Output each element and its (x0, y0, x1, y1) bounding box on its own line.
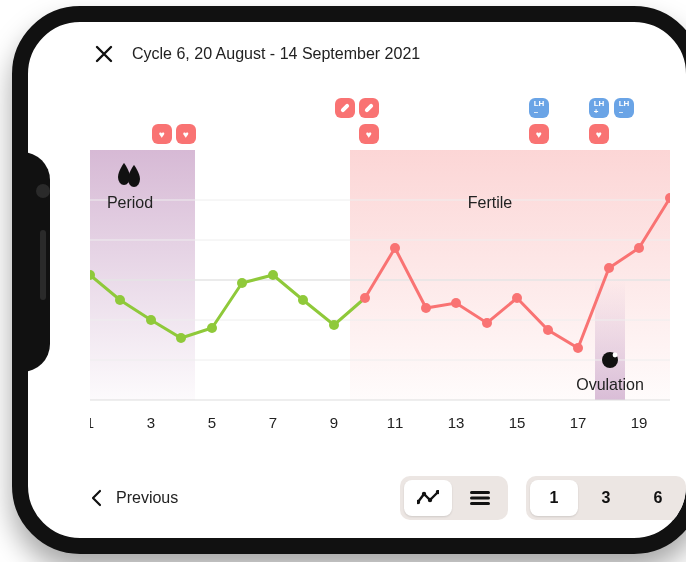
svg-point-23 (482, 318, 492, 328)
svg-point-42 (428, 498, 432, 502)
close-button[interactable] (90, 40, 118, 68)
svg-text:11: 11 (387, 414, 404, 431)
svg-rect-46 (470, 502, 490, 505)
chevron-left-icon (90, 489, 102, 507)
svg-point-16 (268, 270, 278, 280)
app-screen: Cycle 6, 20 August - 14 September 2021 ♥… (28, 22, 686, 538)
page-title: Cycle 6, 20 August - 14 September 2021 (132, 45, 420, 63)
svg-text:7: 7 (269, 414, 277, 431)
cycle-chart: ♥ ♥ ♥ LH– ♥ LH+ ♥ LH– (90, 80, 670, 440)
svg-point-14 (207, 323, 217, 333)
range-6-button[interactable]: 6 (634, 480, 682, 516)
close-icon (95, 45, 113, 63)
view-mode-toggle (400, 476, 508, 520)
svg-rect-44 (470, 491, 490, 494)
svg-point-20 (390, 243, 400, 253)
svg-text:13: 13 (448, 414, 465, 431)
range-toggle: 1 3 6 (526, 476, 686, 520)
svg-point-26 (573, 343, 583, 353)
svg-text:19: 19 (631, 414, 648, 431)
range-1-button[interactable]: 1 (530, 480, 578, 516)
list-icon (470, 491, 490, 505)
svg-text:9: 9 (330, 414, 338, 431)
svg-point-17 (298, 295, 308, 305)
svg-point-19 (360, 293, 370, 303)
svg-text:17: 17 (570, 414, 587, 431)
previous-button[interactable]: Previous (90, 489, 178, 507)
period-label: Period (107, 194, 153, 211)
svg-point-15 (237, 278, 247, 288)
range-3-button[interactable]: 3 (582, 480, 630, 516)
svg-text:3: 3 (147, 414, 155, 431)
svg-point-12 (146, 315, 156, 325)
svg-text:5: 5 (208, 414, 216, 431)
svg-point-21 (421, 303, 431, 313)
x-axis: 1 3 5 7 9 11 13 15 17 19 (90, 414, 647, 431)
chart-svg: Period Fertile Ovulation (90, 80, 670, 440)
period-region (90, 150, 195, 400)
svg-text:1: 1 (90, 414, 94, 431)
view-list-button[interactable] (456, 480, 504, 516)
svg-point-13 (176, 333, 186, 343)
svg-point-41 (422, 492, 426, 496)
svg-point-25 (543, 325, 553, 335)
header: Cycle 6, 20 August - 14 September 2021 (90, 40, 686, 80)
view-line-button[interactable] (404, 480, 452, 516)
svg-rect-45 (470, 497, 490, 500)
svg-point-27 (604, 263, 614, 273)
svg-point-28 (634, 243, 644, 253)
svg-point-24 (512, 293, 522, 303)
bottom-bar: Previous (90, 476, 686, 520)
phone-frame: Cycle 6, 20 August - 14 September 2021 ♥… (12, 6, 686, 554)
svg-text:15: 15 (509, 414, 526, 431)
line-chart-icon (417, 490, 439, 506)
ovulation-label: Ovulation (576, 376, 644, 393)
previous-label: Previous (116, 489, 178, 507)
svg-point-18 (329, 320, 339, 330)
svg-point-22 (451, 298, 461, 308)
svg-point-11 (115, 295, 125, 305)
fertile-label: Fertile (468, 194, 513, 211)
svg-point-9 (613, 353, 618, 358)
